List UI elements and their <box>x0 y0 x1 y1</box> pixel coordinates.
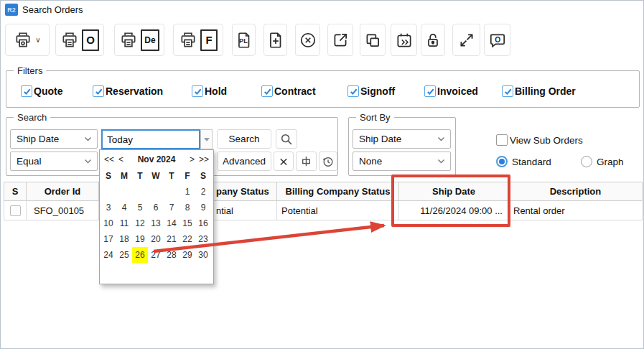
sort-secondary-select[interactable]: None <box>353 152 451 171</box>
advanced-button[interactable]: Advanced <box>217 152 271 171</box>
next-year-button[interactable]: >> <box>197 154 211 164</box>
order-id-cell[interactable]: SFO_00105 <box>27 201 99 220</box>
row-checkbox[interactable] <box>10 205 21 216</box>
search-value-dropdown-button[interactable] <box>200 129 213 149</box>
svg-text:PL: PL <box>239 37 248 45</box>
prev-month-button[interactable]: < <box>116 154 126 164</box>
calendar-day[interactable]: 1 <box>179 184 195 200</box>
calendar-day[interactable]: 3 <box>101 200 116 215</box>
billing-order-label: Billing Order <box>515 85 576 97</box>
calendar-day-selected[interactable]: 26 <box>132 247 148 263</box>
calendar-day[interactable]: 11 <box>116 215 132 231</box>
calendar-day[interactable]: 23 <box>195 231 211 247</box>
column-header-order-id[interactable]: Order Id <box>27 182 99 201</box>
calendar-day[interactable]: 14 <box>164 215 179 231</box>
calendar-day[interactable]: 13 <box>148 215 164 231</box>
calendar-day[interactable]: 21 <box>164 231 179 247</box>
unlock-button[interactable] <box>421 24 445 56</box>
magnifier-button[interactable] <box>276 129 297 149</box>
cancel-order-button[interactable] <box>295 24 320 56</box>
calendar-day[interactable]: 12 <box>132 215 148 231</box>
calendar-day[interactable]: 17 <box>101 231 116 247</box>
calendar-day[interactable]: 8 <box>179 200 195 215</box>
flip-view-button[interactable] <box>296 152 317 171</box>
standard-radio[interactable] <box>496 156 508 167</box>
print-delivery-button[interactable]: De <box>114 24 164 56</box>
calendar-day[interactable]: 5 <box>132 200 148 215</box>
open-external-icon <box>331 31 350 50</box>
new-order-button[interactable] <box>263 24 287 56</box>
filter-billing-order: Billing Order <box>502 85 576 97</box>
clear-search-button[interactable] <box>274 152 294 171</box>
calendar-day[interactable]: 28 <box>164 247 179 263</box>
calendar-day[interactable]: 22 <box>179 231 195 247</box>
graph-radio[interactable] <box>581 156 592 167</box>
column-header-billing-company-status[interactable]: Billing Company Status <box>277 182 399 201</box>
calendar-day[interactable]: 20 <box>148 231 164 247</box>
prev-year-button[interactable]: << <box>102 154 116 164</box>
calendar-day[interactable]: 2 <box>195 184 211 200</box>
hold-checkbox[interactable] <box>192 85 203 97</box>
column-header-s[interactable]: S <box>4 182 27 201</box>
calendar-day[interactable] <box>116 184 132 200</box>
calendar-day[interactable]: 16 <box>195 215 211 231</box>
view-sub-orders-checkbox[interactable] <box>496 134 508 146</box>
pick-list-button[interactable]: PL <box>232 24 256 56</box>
billing-company-status-cell[interactable]: Potential <box>277 201 399 220</box>
print-form-button[interactable]: F <box>173 24 223 56</box>
calendar-weekday: T <box>132 168 148 184</box>
sort-primary-select[interactable]: Ship Date <box>353 129 451 149</box>
invoiced-checkbox[interactable] <box>424 85 436 97</box>
comment-button[interactable]: O <box>484 24 510 56</box>
calendar-day[interactable] <box>164 184 179 200</box>
calendar-day[interactable] <box>101 184 116 200</box>
calendar-day[interactable]: 29 <box>179 247 195 263</box>
duplicate-order-button[interactable] <box>360 24 386 56</box>
sort-secondary-value: None <box>359 156 382 167</box>
print-button[interactable]: ∨ <box>5 24 50 56</box>
row-select-cell <box>4 201 27 220</box>
search-button[interactable]: Search <box>217 129 271 149</box>
window-title: Search Orders <box>22 4 83 15</box>
quote-checkbox[interactable] <box>21 85 32 97</box>
signoff-checkbox[interactable] <box>347 85 359 97</box>
calendar-day[interactable]: 6 <box>148 200 164 215</box>
calendar-day[interactable]: 10 <box>101 215 116 231</box>
calendar-day[interactable]: 25 <box>116 247 132 263</box>
contract-checkbox[interactable] <box>261 85 273 97</box>
calendar-day[interactable]: 15 <box>179 215 195 231</box>
calendar-day[interactable]: 27 <box>148 247 164 263</box>
search-value-input[interactable]: Today <box>101 129 200 149</box>
reschedule-button[interactable] <box>391 24 417 56</box>
calendar-day[interactable]: 9 <box>195 200 211 215</box>
expand-button[interactable] <box>452 24 480 56</box>
calendar-day[interactable]: 18 <box>116 231 132 247</box>
open-order-button[interactable] <box>327 24 353 56</box>
billing-order-checkbox[interactable] <box>502 85 513 97</box>
calendar-day[interactable]: 19 <box>132 231 148 247</box>
next-month-button[interactable]: > <box>187 154 197 164</box>
title-bar: R2 Search Orders <box>1 1 643 19</box>
calendar-weekday: W <box>148 168 164 184</box>
filters-legend: Filters <box>14 65 46 76</box>
calendar-weekday: S <box>195 168 211 184</box>
reservation-checkbox[interactable] <box>93 85 104 97</box>
dropdown-chevron-icon: ∨ <box>35 36 40 44</box>
print-order-button[interactable]: O <box>55 24 104 56</box>
calendar-day[interactable] <box>148 184 164 200</box>
check-icon <box>94 87 103 96</box>
standard-label: Standard <box>512 157 551 167</box>
calendar-day[interactable]: 30 <box>195 247 211 263</box>
search-operator-select[interactable]: Equal <box>10 152 98 171</box>
calendar-day[interactable] <box>132 184 148 200</box>
calendar-day[interactable]: 24 <box>101 247 116 263</box>
description-cell[interactable]: Rental order <box>509 201 643 220</box>
calendar-day[interactable]: 7 <box>164 200 179 215</box>
history-button[interactable] <box>319 152 337 171</box>
check-icon <box>22 87 32 96</box>
column-header-description[interactable]: Description <box>509 182 643 201</box>
calendar-day[interactable]: 4 <box>116 200 132 215</box>
graph-label: Graph <box>597 157 624 167</box>
search-field-select[interactable]: Ship Date <box>10 129 98 149</box>
history-clock-icon <box>321 154 335 169</box>
